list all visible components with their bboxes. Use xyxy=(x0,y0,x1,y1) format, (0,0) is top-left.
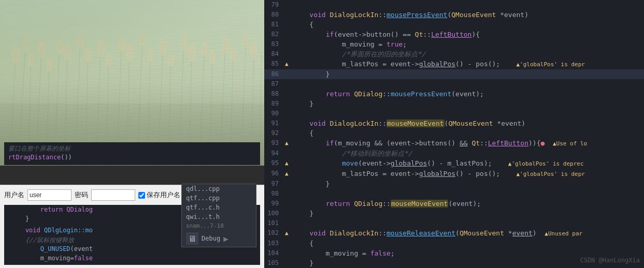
debug-icon: 🖥 xyxy=(186,232,198,245)
line-num-102: 102 xyxy=(264,228,285,238)
line-num-87: 87 xyxy=(264,79,285,89)
save-checkbox-container: 保存用户名 xyxy=(138,190,180,200)
line-content-86: } xyxy=(293,69,644,79)
line-num-80: 80 xyxy=(264,10,285,20)
editor-line-96: 96 ▲ m_lastPos = event->globalPos() - po… xyxy=(264,169,644,179)
editor-line-90: 90 xyxy=(264,109,644,118)
line-num-90: 90 xyxy=(264,109,285,118)
editor-line-87: 87 xyxy=(264,79,644,89)
ac-item-label: qwi...t.h xyxy=(186,213,220,220)
ac-item-qtf-cpp[interactable]: qtf...cpp xyxy=(182,193,256,203)
line-content-96: m_lastPos = event->globalPos() - pos(); … xyxy=(293,169,644,179)
comment-line: 窗口在整个屏幕的坐标 xyxy=(4,144,260,154)
line-content-82: if(event->button() == Qt::LeftButton){ xyxy=(293,29,644,39)
ac-item-label: qtf...cpp xyxy=(186,195,220,202)
ac-debug-row: 🖥 Debug ▶ xyxy=(182,230,256,247)
line-content-93: if(m_moving && (event->buttons() && Qt::… xyxy=(293,138,644,148)
line-num-89: 89 xyxy=(264,99,285,109)
warn-icon-85: ▲ xyxy=(285,59,293,69)
line-num-104: 104 xyxy=(264,248,285,258)
right-panel: 79 80 void DialogLockIn::mousePressEvent… xyxy=(264,0,644,268)
editor-line-84: 84 /*界面所在的旧的坐标点*/ xyxy=(264,49,644,59)
editor-line-100: 100 } xyxy=(264,209,644,218)
password-label: 密码 xyxy=(75,190,88,200)
line-content-92: { xyxy=(293,128,644,138)
autocomplete-dropdown[interactable]: qdl...cpp qtf...cpp qtf...c.h qwi...t.h … xyxy=(181,184,256,247)
line-num-99: 99 xyxy=(264,199,285,209)
editor-line-102: 102 ▲ void DialogLockIn::mouseReleaseEve… xyxy=(264,228,644,239)
editor-line-99: 99 return QDialog::mouseMoveEvent(event)… xyxy=(264,199,644,209)
line-content-80: void DialogLockIn::mousePressEvent(QMous… xyxy=(293,10,644,20)
line-num-91: 91 xyxy=(264,118,285,128)
save-label: 保存用户名 xyxy=(147,190,180,200)
editor-line-92: 92 { xyxy=(264,128,644,138)
editor-line-83: 83 m_moving = true; xyxy=(264,39,644,49)
line-content-97: } xyxy=(293,179,644,189)
editor-line-80: 80 void DialogLockIn::mousePressEvent(QM… xyxy=(264,10,644,20)
ac-item-qdl[interactable]: qdl...cpp xyxy=(182,184,256,193)
warn-icon-102: ▲ xyxy=(285,228,293,238)
line-content-94: /*移动到新的坐标点*/ xyxy=(293,148,644,158)
line-num-101: 101 xyxy=(264,218,285,228)
line-num-93: 93 xyxy=(264,138,285,148)
svg-rect-52 xyxy=(0,0,264,103)
line-content-85: m_lastPos = event->globalPos() - pos(); … xyxy=(293,59,644,69)
line-num-83: 83 xyxy=(264,39,285,49)
editor-line-91: 91 void DialogLockIn::mouseMoveEvent(QMo… xyxy=(264,118,644,128)
editor-line-79: 79 xyxy=(264,0,644,10)
line-num-105: 105 xyxy=(264,258,285,268)
editor-line-95: 95 ▲ move(event->globalPos() - m_lastPos… xyxy=(264,158,644,169)
line-num-94: 94 xyxy=(264,148,285,158)
editor-line-88: 88 return QDialog::mousePressEvent(event… xyxy=(264,89,644,99)
line-content-103: { xyxy=(293,239,644,248)
save-checkbox[interactable] xyxy=(138,192,145,199)
editor-line-85: 85 ▲ m_lastPos = event->globalPos() - po… xyxy=(264,59,644,69)
editor-line-97: 97 } xyxy=(264,179,644,189)
left-panel: 窗口在整个屏幕的坐标 rtDragDistance()) 用户名 密码 保存用户… xyxy=(0,0,264,268)
username-input[interactable] xyxy=(27,189,71,201)
editor-line-89: 89 } xyxy=(264,99,644,109)
arrow-icon: ▶ xyxy=(223,234,228,244)
ac-item-qwi[interactable]: qwi...t.h xyxy=(182,212,256,221)
ac-item-label: qtf...c.h xyxy=(186,204,220,211)
line-num-86: 86 xyxy=(264,69,285,79)
ac-section: snam...7-18 xyxy=(182,221,256,230)
line-num-95: 95 xyxy=(264,158,285,168)
line-content-91: void DialogLockIn::mouseMoveEvent(QMouse… xyxy=(293,118,644,128)
editor-line-82: 82 if(event->button() == Qt::LeftButton)… xyxy=(264,29,644,39)
line-content-95: move(event->globalPos() - m_lastPos); ▲'… xyxy=(293,158,644,169)
warn-icon-95: ▲ xyxy=(285,158,293,168)
line-content-81: { xyxy=(293,20,644,29)
editor-line-81: 81 { xyxy=(264,20,644,29)
line-num-92: 92 xyxy=(264,128,285,138)
line-content-100: } xyxy=(293,209,644,218)
username-label: 用户名 xyxy=(4,190,24,200)
line-num-103: 103 xyxy=(264,239,285,248)
line-num-98: 98 xyxy=(264,189,285,199)
warn-icon-93: ▲ xyxy=(285,138,293,148)
line-num-97: 97 xyxy=(264,179,285,189)
ac-item-label: qdl...cpp xyxy=(186,185,220,192)
line-content-88: return QDialog::mousePressEvent(event); xyxy=(293,89,644,99)
line-content-99: return QDialog::mouseMoveEvent(event); xyxy=(293,199,644,209)
code-line-drag: rtDragDistance()) xyxy=(4,154,260,163)
debug-label: Debug xyxy=(202,235,220,242)
code-snippet-area: 窗口在整个屏幕的坐标 rtDragDistance()) xyxy=(0,140,264,167)
editor-line-93: 93 ▲ if(m_moving && (event->buttons() &&… xyxy=(264,138,644,148)
csdn-watermark: CSDN @HanLongXia xyxy=(580,257,640,264)
password-input[interactable] xyxy=(91,189,135,201)
line-num-81: 81 xyxy=(264,20,285,29)
warn-icon-96: ▲ xyxy=(285,169,293,178)
line-content-89: } xyxy=(293,99,644,109)
line-num-79: 79 xyxy=(264,0,285,10)
ac-item-qtf-ch[interactable]: qtf...c.h xyxy=(182,203,256,212)
line-content-83: m_moving = true; xyxy=(293,39,644,49)
editor-line-86: 86 } xyxy=(264,69,644,79)
editor-line-98: 98 xyxy=(264,189,644,199)
editor-line-94: 94 /*移动到新的坐标点*/ xyxy=(264,148,644,158)
line-content-102: void DialogLockIn::mouseReleaseEvent(QMo… xyxy=(293,228,644,239)
line-num-100: 100 xyxy=(264,209,285,218)
code-moving-false: m_moving=false xyxy=(6,255,258,264)
line-num-96: 96 xyxy=(264,169,285,178)
line-num-85: 85 xyxy=(264,59,285,69)
